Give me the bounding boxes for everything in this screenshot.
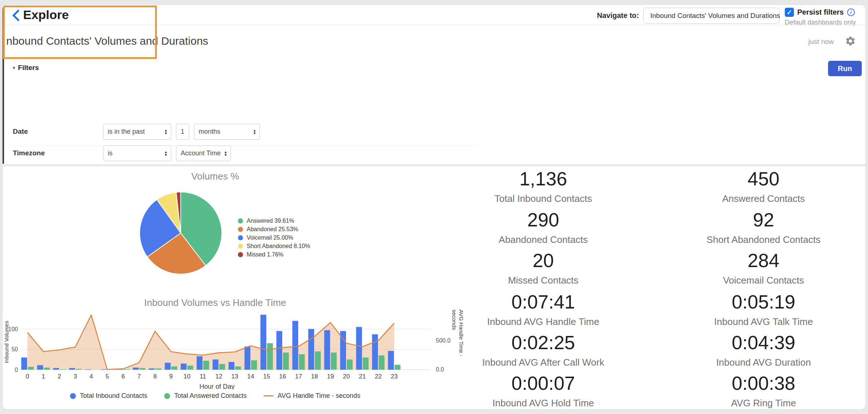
inbound-bar-h21 — [356, 327, 362, 370]
inbound-bar-h13 — [229, 362, 235, 370]
legend-label: Voicemail 25.00% — [247, 234, 293, 241]
answered-bar-h3 — [76, 369, 82, 370]
persist-filters-checkbox[interactable]: ✓ — [785, 8, 794, 17]
x-tick-label: 5 — [106, 373, 109, 380]
answered-bar-h15 — [267, 343, 273, 370]
answered-bar-h17 — [299, 354, 305, 370]
back-icon[interactable] — [11, 10, 20, 23]
select-arrows-icon: ▲▼ — [164, 151, 168, 156]
inbound-bar-h22 — [372, 334, 378, 370]
inbound-bar-h12 — [213, 359, 218, 370]
answered-bar-h23 — [395, 365, 401, 370]
x-tick-label: 21 — [359, 373, 366, 380]
filter-select-value: is in the past — [108, 128, 145, 136]
answered-bar-h18 — [315, 351, 321, 370]
run-button[interactable]: Run — [828, 61, 862, 76]
kpi-tile: 1,136Total Inbound Contacts — [430, 168, 657, 204]
legend-dot — [164, 393, 170, 399]
kpi-value: 0:00:07 — [430, 372, 657, 394]
kpi-tile: 290Abandoned Contacts — [430, 209, 657, 245]
x-tick-label: 4 — [89, 373, 93, 380]
x-tick-label: 20 — [343, 373, 350, 380]
info-icon[interactable]: i — [847, 8, 855, 16]
legend-dot — [238, 218, 243, 223]
divider — [3, 25, 865, 25]
answered-bar-h7 — [140, 368, 146, 370]
x-tick-label: 9 — [169, 373, 173, 380]
legend-label: Total Inbound Contacts — [80, 392, 147, 400]
inbound-bar-h15 — [261, 315, 266, 370]
navigate-to-value: Inbound Contacts' Volumes and Durations — [650, 12, 780, 20]
filter-label: Timezone — [13, 149, 45, 157]
legend-item: Missed 1.76% — [238, 251, 310, 258]
kpi-tile: 0:02:25Inbound AVG After Call Work — [430, 332, 657, 368]
legend-label: Answered 39.61% — [247, 218, 294, 224]
window-left-edge — [3, 5, 4, 164]
inbound-bar-h8 — [149, 369, 155, 370]
filter-input[interactable] — [176, 124, 189, 140]
kpi-tile: 92Short Abandoned Contacts — [650, 209, 866, 245]
legend-label: Short Abandoned 8.10% — [247, 243, 310, 249]
legend-dot — [238, 235, 243, 240]
filter-select-value: is — [108, 149, 113, 157]
kpi-label: Abandoned Contacts — [430, 234, 657, 245]
legend-item: Short Abandoned 8.10% — [238, 243, 310, 249]
page-title: Explore — [23, 8, 69, 22]
left-tick-label: 100 — [8, 326, 18, 332]
inbound-bar-h7 — [133, 367, 139, 370]
kpi-value: 284 — [650, 249, 866, 271]
kpi-label: Inbound AVG Hold Time — [430, 398, 657, 409]
legend-label: Missed 1.76% — [247, 251, 284, 258]
dashboard-title: nbound Contacts' Volumes and Durations — [6, 35, 208, 47]
filters-heading: Filters — [18, 64, 39, 72]
legend-label: Total Answered Contacts — [174, 392, 247, 400]
kpi-value: 0:05:19 — [650, 291, 866, 313]
left-axis-title: Inbound Volumes — [3, 321, 10, 363]
inbound-bar-h14 — [244, 347, 250, 370]
inbound-bar-h0 — [21, 358, 27, 370]
app-window: Explore Navigate to: Inbound Contacts' V… — [2, 4, 866, 410]
x-tick-label: 0 — [26, 373, 29, 380]
inbound-bar-h17 — [293, 321, 298, 370]
x-tick-label: 6 — [121, 373, 125, 380]
kpi-value: 450 — [650, 168, 866, 190]
kpi-tile: 0:04:39Inbound AVG Duration — [650, 332, 866, 368]
select-arrows-icon: ▲▼ — [164, 129, 168, 135]
answered-bar-h0 — [28, 367, 34, 370]
persist-filters-group: ✓ Persist filters i Default dashboards o… — [785, 8, 863, 26]
answered-bar-h8 — [155, 369, 161, 370]
filter-controls: is in the past▲▼months▲▼ — [103, 124, 260, 140]
navigate-to-select[interactable]: Inbound Contacts' Volumes and Durations — [643, 8, 780, 24]
kpi-label: Answered Contacts — [650, 193, 866, 204]
x-tick-label: 11 — [200, 373, 206, 380]
inbound-bar-h16 — [276, 331, 282, 370]
answered-bar-h20 — [347, 359, 353, 370]
filter-select[interactable]: is▲▼ — [103, 145, 171, 161]
persist-filters-label: Persist filters — [797, 8, 844, 16]
inbound-bar-h11 — [197, 356, 203, 370]
x-tick-label: 15 — [263, 373, 270, 380]
kpi-value: 92 — [650, 209, 866, 231]
filter-select[interactable]: is in the past▲▼ — [103, 124, 171, 140]
kpi-tile: 0:00:07Inbound AVG Hold Time — [430, 372, 657, 409]
filter-row: Dateis in the past▲▼months▲▼ — [3, 124, 497, 146]
filter-select[interactable]: Account Timezone▲▼ — [176, 145, 231, 161]
filter-select[interactable]: months▲▼ — [194, 124, 260, 140]
kpi-label: AVG Ring Time — [650, 398, 866, 409]
pie-legend: Answered 39.61%Abandoned 25.53%Voicemail… — [238, 218, 310, 260]
filter-select-value: Account Timezone — [181, 149, 221, 157]
answered-bar-h22 — [379, 355, 385, 370]
dashboard: Volumes % Answered 39.61%Abandoned 25.53… — [3, 166, 865, 410]
handle-time-area — [27, 315, 394, 370]
gear-icon[interactable] — [845, 36, 856, 48]
inbound-bar-h9 — [165, 363, 171, 370]
left-tick-label: 50 — [11, 346, 18, 352]
x-tick-label: 10 — [184, 373, 191, 380]
filters-toggle[interactable]: ▾ Filters — [13, 64, 39, 72]
kpi-value: 0:02:25 — [430, 332, 657, 354]
answered-bar-h10 — [187, 366, 193, 370]
kpi-label: Inbound AVG Handle Time — [430, 316, 657, 328]
inbound-bar-h18 — [308, 329, 314, 370]
filter-controls: is▲▼Account Timezone▲▼ — [103, 145, 231, 161]
answered-bar-h21 — [363, 358, 369, 370]
